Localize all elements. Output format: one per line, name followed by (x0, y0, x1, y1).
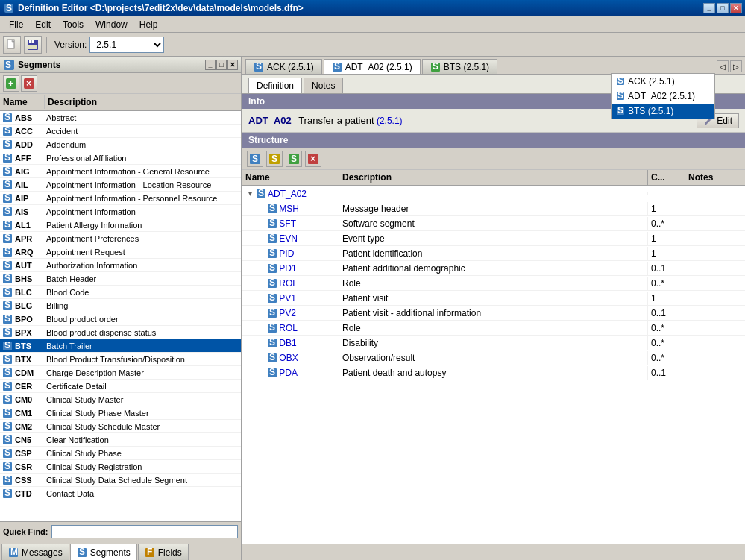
row-segment-name[interactable]: SFT (279, 218, 296, 229)
menu-help[interactable]: Help (133, 18, 164, 31)
save-button[interactable] (24, 36, 42, 54)
version-select[interactable]: 2.5.1 (89, 37, 164, 53)
tab-dropdown-ack[interactable]: S ACK (2.5.1) (612, 74, 714, 89)
segment-row[interactable]: S ARQ Appointment Request (0, 245, 241, 259)
table-row[interactable]: S PV1 Patient visit 1 (242, 291, 745, 306)
svg-text:S: S (4, 113, 10, 122)
row-segment-name[interactable]: DB1 (279, 338, 296, 348)
menu-file[interactable]: File (3, 18, 29, 31)
segment-row[interactable]: S BLG Billing (0, 299, 241, 312)
segment-row[interactable]: S ACC Accident (0, 125, 241, 138)
struct-group-btn[interactable]: S (266, 151, 283, 167)
segment-row[interactable]: S BHS Batch Header (0, 272, 241, 286)
tab-prev-btn[interactable]: ◁ (717, 60, 729, 72)
segment-description: Blood Product Transfusion/Disposition (46, 355, 239, 364)
tree-collapse-icon[interactable]: ▾ (245, 189, 254, 198)
tab-dropdown-adt-a02[interactable]: S ADT_A02 (2.5.1) (612, 89, 714, 104)
segment-row[interactable]: S CSS Clinical Study Data Schedule Segme… (0, 474, 241, 487)
table-row[interactable]: S OBX Observation/result 0..* (242, 350, 745, 365)
table-row-root[interactable]: ▾ S ADT_A02 (242, 186, 745, 201)
segment-row[interactable]: S CM0 Clinical Study Master (0, 393, 241, 406)
table-row[interactable]: S EVN Event type 1 (242, 231, 745, 246)
segment-row[interactable]: S AFF Professional Affiliation (0, 151, 241, 165)
table-row[interactable]: S PID Patient identification 1 (242, 246, 745, 261)
segment-row[interactable]: S CSR Clinical Study Registration (0, 460, 241, 474)
table-row[interactable]: S PV2 Patient visit - additional informa… (242, 306, 745, 321)
segment-row[interactable]: S APR Appointment Preferences (0, 232, 241, 245)
segment-row[interactable]: S ADD Addendum (0, 138, 241, 151)
new-button[interactable] (3, 36, 21, 54)
tab-bts[interactable]: S BTS (2.5.1) (422, 59, 497, 74)
delete-segment-btn[interactable]: × (21, 75, 37, 92)
segment-row[interactable]: S AIP Appointment Information - Personne… (0, 192, 241, 205)
panel-minimize-btn[interactable]: _ (205, 60, 216, 70)
content-tab-notes[interactable]: Notes (304, 78, 343, 93)
table-row[interactable]: S ROL Role 0..* (242, 321, 745, 336)
table-row[interactable]: S ROL Role 0..* (242, 276, 745, 291)
row-segment-name[interactable]: OBX (279, 353, 298, 363)
bottom-tab-segments[interactable]: S Segments (70, 544, 137, 560)
close-button[interactable]: ✕ (730, 3, 742, 13)
row-segment-name[interactable]: ROL (279, 323, 298, 333)
minimize-button[interactable]: _ (703, 3, 715, 13)
table-row[interactable]: S PDA Patient death and autopsy 0..1 (242, 365, 745, 380)
bottom-tab-messages[interactable]: M Messages (1, 544, 69, 560)
menu-tools[interactable]: Tools (57, 18, 89, 31)
cell-cardinality: 1 (648, 232, 685, 245)
root-name[interactable]: ADT_A02 (268, 189, 307, 199)
quick-find-input[interactable] (51, 525, 239, 538)
segment-row[interactable]: S AIS Appointment Information (0, 205, 241, 218)
bottom-tab-fields[interactable]: F Fields (138, 544, 189, 560)
structure-toolbar: S S S × (242, 148, 745, 170)
segment-name: APR (15, 234, 46, 243)
panel-restore-btn[interactable]: □ (216, 60, 227, 70)
row-segment-name[interactable]: PV1 (279, 293, 296, 303)
tab-ack[interactable]: S ACK (2.5.1) (245, 59, 322, 74)
segment-row[interactable]: S ABS Abstract (0, 111, 241, 125)
structure-table[interactable]: Name Description C... Notes ▾ S ADT_A02 (242, 170, 745, 544)
row-segment-name[interactable]: PDA (279, 368, 298, 378)
segment-row[interactable]: S BPX Blood product dispense status (0, 326, 241, 339)
content-tab-definition[interactable]: Definition (248, 78, 302, 93)
segment-row[interactable]: S AIL Appointment Information - Location… (0, 178, 241, 192)
segment-row[interactable]: S AIG Appointment Information - General … (0, 165, 241, 178)
segment-row[interactable]: S CDM Charge Description Master (0, 366, 241, 380)
table-row[interactable]: S SFT Software segment 0..* (242, 216, 745, 231)
segment-row[interactable]: S BTX Blood Product Transfusion/Disposit… (0, 353, 241, 366)
segment-row[interactable]: S CER Certificate Detail (0, 380, 241, 393)
struct-delete-btn[interactable]: × (305, 151, 321, 167)
panel-close-btn[interactable]: ✕ (227, 60, 238, 70)
table-row[interactable]: S PD1 Patient additional demographic 0..… (242, 261, 745, 276)
maximize-button[interactable]: □ (717, 3, 729, 13)
segment-row[interactable]: S CSP Clinical Study Phase (0, 447, 241, 460)
cell-desc: Disability (339, 336, 648, 350)
segment-row[interactable]: S CM1 Clinical Study Phase Master (0, 406, 241, 420)
tab-dropdown-bts[interactable]: S BTS (2.5.1) (612, 104, 714, 119)
segment-row[interactable]: S CTD Contact Data (0, 487, 241, 500)
add-segment-btn[interactable]: + (3, 75, 19, 92)
segment-row[interactable]: S CM2 Clinical Study Schedule Master (0, 420, 241, 433)
menu-edit[interactable]: Edit (29, 18, 57, 31)
segment-description: Clinical Study Schedule Master (46, 422, 239, 431)
row-segment-name[interactable]: PV2 (279, 308, 296, 318)
menu-window[interactable]: Window (89, 18, 133, 31)
row-segment-name[interactable]: PID (279, 248, 294, 259)
table-row[interactable]: S DB1 Disability 0..* (242, 336, 745, 350)
segment-row[interactable]: S CN5 Clear Notification (0, 433, 241, 447)
struct-seg-btn[interactable]: S (286, 151, 302, 167)
tab-adt-a02[interactable]: S ADT_A02 (2.5.1) (324, 59, 421, 74)
segment-row[interactable]: S AL1 Patient Allergy Information (0, 218, 241, 232)
struct-add-btn[interactable]: S (247, 151, 263, 167)
row-segment-name[interactable]: EVN (279, 233, 298, 244)
table-row[interactable]: S MSH Message header 1 (242, 201, 745, 216)
row-segment-name[interactable]: MSH (279, 204, 299, 214)
svg-text:S: S (4, 301, 10, 310)
row-segment-name[interactable]: ROL (279, 278, 298, 289)
segment-row[interactable]: S BTS Batch Trailer (0, 339, 241, 353)
segment-row[interactable]: S BLC Blood Code (0, 286, 241, 299)
row-segment-name[interactable]: PD1 (279, 263, 296, 274)
segment-row[interactable]: S BPO Blood product order (0, 312, 241, 326)
tab-next-btn[interactable]: ▷ (730, 60, 742, 72)
segment-row[interactable]: S AUT Authorization Information (0, 259, 241, 272)
segments-list[interactable]: S ABS Abstract S ACC Accident S ADD Adde… (0, 111, 241, 521)
